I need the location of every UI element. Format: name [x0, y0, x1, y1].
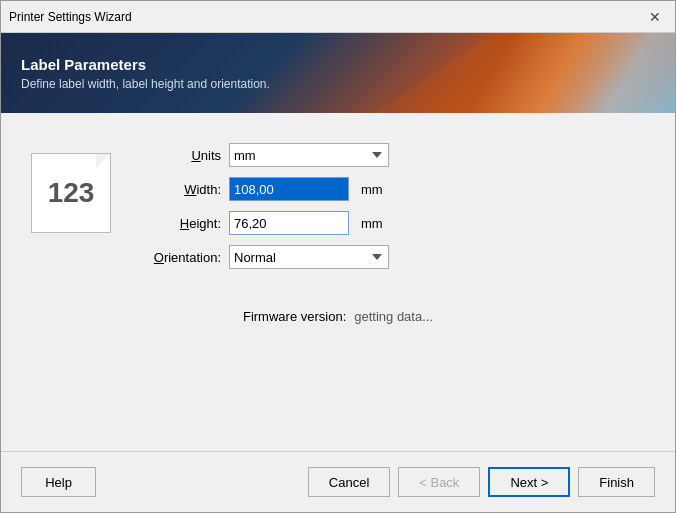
header-banner: Label Parameters Define label width, lab… [1, 33, 675, 113]
footer-right: Cancel < Back Next > Finish [308, 467, 655, 497]
next-button[interactable]: Next > [488, 467, 570, 497]
height-label: Height: [131, 216, 221, 231]
units-select[interactable]: mm inch [229, 143, 389, 167]
width-row: Width: mm [131, 177, 645, 201]
orientation-row: Orientation: Normal Rotated 90° Rotated … [131, 245, 645, 269]
orientation-select[interactable]: Normal Rotated 90° Rotated 180° Rotated … [229, 245, 389, 269]
form-area: 123 Units mm inch Width: [31, 133, 645, 269]
close-button[interactable]: ✕ [643, 5, 667, 29]
title-bar: Printer Settings Wizard ✕ [1, 1, 675, 33]
width-label: Width: [131, 182, 221, 197]
height-input[interactable] [229, 211, 349, 235]
cancel-button[interactable]: Cancel [308, 467, 390, 497]
finish-button[interactable]: Finish [578, 467, 655, 497]
footer: Help Cancel < Back Next > Finish [1, 452, 675, 512]
header-subtitle: Define label width, label height and ori… [21, 77, 655, 91]
firmware-label: Firmware version: [243, 309, 346, 324]
label-preview: 123 [31, 153, 111, 233]
back-button[interactable]: < Back [398, 467, 480, 497]
orientation-label: Orientation: [131, 250, 221, 265]
main-content: 123 Units mm inch Width: [1, 113, 675, 451]
height-row: Height: mm [131, 211, 645, 235]
label-preview-text: 123 [48, 177, 95, 209]
footer-left: Help [21, 467, 96, 497]
height-unit: mm [361, 216, 383, 231]
window-title: Printer Settings Wizard [9, 10, 132, 24]
width-input[interactable] [229, 177, 349, 201]
help-button[interactable]: Help [21, 467, 96, 497]
units-row: Units mm inch [131, 143, 645, 167]
units-label: Units [131, 148, 221, 163]
header-title: Label Parameters [21, 56, 655, 73]
width-unit: mm [361, 182, 383, 197]
wizard-window: Printer Settings Wizard ✕ Label Paramete… [0, 0, 676, 513]
form-fields: Units mm inch Width: mm [131, 133, 645, 269]
firmware-value: getting data... [354, 309, 433, 324]
firmware-row: Firmware version: getting data... [31, 309, 645, 324]
